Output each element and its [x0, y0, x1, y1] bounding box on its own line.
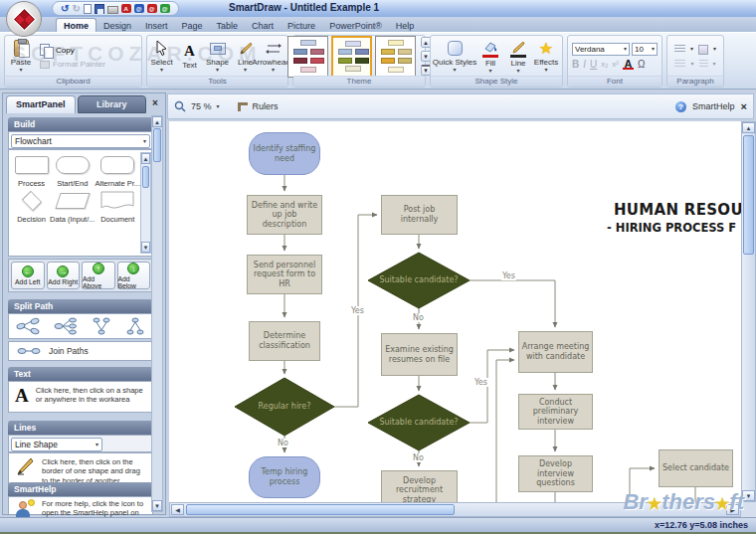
pdf-export-icon[interactable]: A [121, 4, 131, 13]
split-path-section-header[interactable]: Split Path [8, 299, 153, 313]
split-three-icon[interactable] [54, 317, 78, 335]
tab-insert[interactable]: Insert [138, 19, 175, 32]
gallery-scroll-thumb[interactable] [142, 166, 149, 188]
underline-button[interactable]: U [590, 59, 597, 70]
flowchart-type-select[interactable]: Flowchart▾ [11, 134, 150, 148]
tab-page[interactable]: Page [175, 19, 210, 32]
email-red-icon[interactable]: @ [147, 4, 157, 13]
tab-help[interactable]: Help [389, 19, 422, 32]
node-arrange-meeting[interactable]: Arrange meeting with candidate [518, 331, 593, 373]
line-shape-select[interactable]: Line Shape▾ [11, 438, 102, 451]
shape-tool-button[interactable]: Shape▾ [205, 39, 231, 74]
zoom-level[interactable]: 75 % [191, 101, 212, 111]
node-examine-resumes[interactable]: Examine existing resumes on file [381, 333, 458, 376]
node-determine-classification[interactable]: Determine classification [249, 321, 320, 361]
theme-swatch-3[interactable] [375, 36, 416, 78]
text-box-icon[interactable] [698, 45, 708, 55]
text-tool-row[interactable]: A Click here, then click on a shape or a… [8, 381, 153, 413]
node-define-job-description[interactable]: Define and write up job description [247, 195, 322, 235]
paste-button[interactable]: Paste▾ [8, 39, 34, 74]
gallery-shape-data[interactable]: Data (Input/... [50, 190, 94, 224]
undo-icon[interactable]: ↺ [61, 4, 69, 14]
split-two-icon[interactable] [16, 317, 40, 335]
gallery-shape-startend[interactable]: Start/End [50, 154, 94, 188]
canvas-hscroll-thumb[interactable] [186, 504, 455, 515]
drawing-canvas[interactable]: Identify staffing need Define and write … [169, 121, 741, 502]
panel-scroll-thumb[interactable] [153, 128, 161, 162]
effects-button[interactable]: ★ Effects▾ [533, 39, 559, 74]
zoom-caret-icon[interactable]: ▾ [217, 104, 220, 109]
gallery-scroll-up-icon[interactable]: ▲ [141, 153, 150, 164]
fill-button[interactable]: Fill▾ [477, 38, 503, 75]
join-paths-row[interactable]: Join Paths [8, 341, 153, 361]
smarthelp-row[interactable]: For more help, click the icon to open th… [8, 496, 153, 514]
font-color-button[interactable]: A [623, 59, 634, 70]
theme-swatch-1[interactable] [287, 36, 328, 78]
text-section-header[interactable]: Text [8, 367, 153, 381]
font-family-select[interactable]: Verdana▾ [572, 43, 630, 56]
node-select-candidate[interactable]: Select candidate [659, 449, 733, 487]
tab-powerpoint[interactable]: PowerPoint® [322, 19, 389, 32]
italic-button[interactable]: I [583, 59, 586, 70]
gallery-shape-decision[interactable]: Decision [13, 190, 50, 224]
indent-icon[interactable] [699, 60, 708, 69]
print-icon[interactable] [107, 6, 118, 14]
canvas-help-close-icon[interactable]: × [741, 100, 747, 112]
node-develop-interview-questions[interactable]: Develop interview questions [518, 455, 593, 492]
add-below-button[interactable]: ↓Add Below [117, 262, 151, 289]
text-tool-button[interactable]: A Text [177, 42, 203, 71]
build-section-header[interactable]: Build [8, 117, 153, 131]
panel-scrollbar[interactable]: ▲ ▼ [151, 115, 163, 512]
numbered-list-icon[interactable] [674, 60, 685, 69]
add-right-button[interactable]: →Add Right [47, 262, 81, 289]
canvas-scroll-right-icon[interactable]: ▶ [726, 504, 739, 515]
bold-button[interactable]: B [572, 59, 579, 70]
canvas-vertical-scrollbar[interactable]: ▲ ▼ [741, 121, 756, 502]
node-send-personnel-request[interactable]: Send personnel request form to HR [247, 255, 322, 294]
canvas-scroll-up-icon[interactable]: ▲ [742, 122, 755, 133]
arrowheads-button[interactable]: Arrowheads▾ [261, 39, 286, 74]
subscript-button[interactable]: x₂ [601, 59, 608, 70]
tab-table[interactable]: Table [210, 19, 246, 32]
add-above-button[interactable]: ↑Add Above [82, 262, 115, 289]
panel-close-icon[interactable]: × [148, 95, 162, 113]
node-suitable-candidate-2-label[interactable]: Suitable candidate? [368, 395, 470, 450]
tab-home[interactable]: Home [56, 18, 96, 32]
tab-smartpanel[interactable]: SmartPanel [6, 95, 76, 113]
tab-library[interactable]: Library [78, 95, 147, 113]
panel-scroll-up-icon[interactable]: ▲ [152, 116, 162, 127]
smartdraw-logo-button[interactable] [6, 1, 42, 37]
save-icon[interactable] [94, 4, 104, 14]
format-painter-button[interactable]: Format Painter [40, 60, 105, 69]
gallery-shape-process[interactable]: Process [13, 154, 50, 188]
symbol-button[interactable]: Ω [638, 59, 645, 70]
smarthelp-section-header[interactable]: SmartHelp [8, 482, 153, 496]
lines-section-header[interactable]: Lines [8, 421, 153, 435]
canvas-scroll-down-icon[interactable]: ▼ [742, 490, 755, 501]
tab-picture[interactable]: Picture [281, 19, 322, 32]
node-identify-staffing-need[interactable]: Identify staffing need [249, 132, 320, 175]
font-size-select[interactable]: 10▾ [632, 43, 658, 56]
theme-swatch-2-selected[interactable] [331, 36, 372, 78]
bullet-list-icon[interactable] [674, 45, 685, 54]
superscript-button[interactable]: x² [612, 59, 619, 70]
canvas-horizontal-scrollbar[interactable]: ◀ ▶ [169, 502, 741, 517]
quick-styles-button[interactable]: Quick Styles▾ [434, 39, 475, 74]
gallery-shape-document[interactable]: Document [95, 190, 140, 224]
add-left-button[interactable]: ←Add Left [11, 262, 45, 289]
node-regular-hire-label[interactable]: Regular hire? [235, 379, 334, 435]
node-temp-hiring-process[interactable]: Temp hiring process [249, 456, 320, 498]
gallery-shape-alternate[interactable]: Alternate Pr... [95, 154, 140, 188]
new-document-icon[interactable] [84, 4, 92, 14]
tab-design[interactable]: Design [96, 19, 138, 32]
panel-scroll-down-icon[interactable]: ▼ [152, 500, 162, 511]
smarthelp-toggle[interactable]: SmartHelp [692, 101, 735, 111]
redo-icon[interactable]: ↻ [72, 4, 80, 14]
rulers-toggle[interactable]: Rulers [253, 101, 279, 111]
line-style-button[interactable]: Line▾ [505, 38, 531, 75]
email-green-icon[interactable]: @ [160, 4, 170, 13]
flowchart-title[interactable]: HUMAN RESOUR - HIRING PROCESS F [607, 201, 741, 235]
copy-button[interactable]: Copy [40, 44, 105, 57]
gallery-scroll-down-icon[interactable]: ▼ [141, 242, 150, 253]
node-conduct-preliminary-interview[interactable]: Conduct preliminary interview [518, 394, 593, 430]
